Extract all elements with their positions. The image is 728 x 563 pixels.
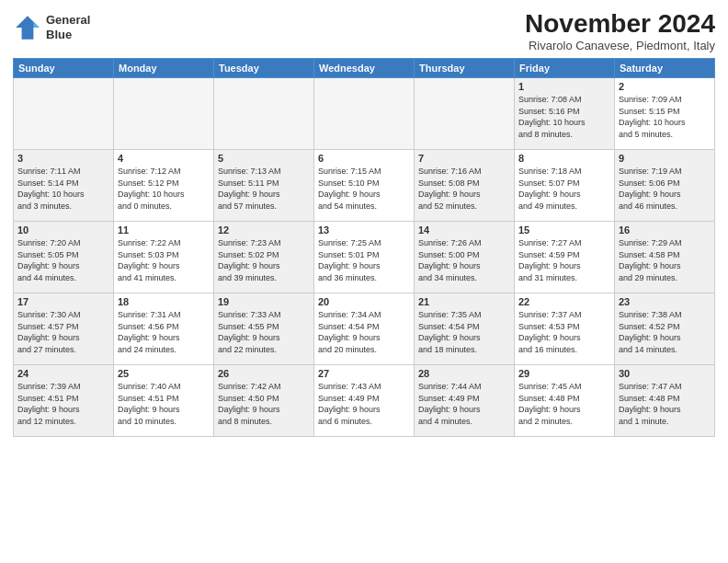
calendar-cell: 28Sunrise: 7:44 AM Sunset: 4:49 PM Dayli… xyxy=(415,365,515,437)
calendar-week: 1Sunrise: 7:08 AM Sunset: 5:16 PM Daylig… xyxy=(14,78,715,150)
day-info: Sunrise: 7:43 AM Sunset: 4:49 PM Dayligh… xyxy=(318,381,410,427)
day-number: 30 xyxy=(619,368,711,379)
calendar-table: SundayMondayTuesdayWednesdayThursdayFrid… xyxy=(13,58,715,437)
calendar-cell xyxy=(415,78,515,150)
day-info: Sunrise: 7:40 AM Sunset: 4:51 PM Dayligh… xyxy=(118,381,210,427)
calendar-cell: 10Sunrise: 7:20 AM Sunset: 5:05 PM Dayli… xyxy=(14,222,114,293)
calendar-cell: 7Sunrise: 7:16 AM Sunset: 5:08 PM Daylig… xyxy=(415,150,515,222)
day-number: 9 xyxy=(619,153,711,164)
calendar-cell: 9Sunrise: 7:19 AM Sunset: 5:06 PM Daylig… xyxy=(615,150,715,222)
calendar-cell: 29Sunrise: 7:45 AM Sunset: 4:48 PM Dayli… xyxy=(515,365,615,437)
weekday-header: Tuesday xyxy=(214,59,314,78)
calendar-cell: 22Sunrise: 7:37 AM Sunset: 4:53 PM Dayli… xyxy=(515,293,615,365)
day-number: 14 xyxy=(418,224,510,236)
calendar-cell: 3Sunrise: 7:11 AM Sunset: 5:14 PM Daylig… xyxy=(14,150,114,222)
day-info: Sunrise: 7:34 AM Sunset: 4:54 PM Dayligh… xyxy=(318,309,410,355)
weekday-row: SundayMondayTuesdayWednesdayThursdayFrid… xyxy=(14,59,715,78)
day-number: 28 xyxy=(418,368,510,379)
calendar-cell xyxy=(214,78,314,150)
day-number: 17 xyxy=(17,296,109,307)
day-info: Sunrise: 7:33 AM Sunset: 4:55 PM Dayligh… xyxy=(218,309,310,355)
day-number: 27 xyxy=(318,368,410,379)
day-info: Sunrise: 7:31 AM Sunset: 4:56 PM Dayligh… xyxy=(118,309,210,355)
month-title: November 2024 xyxy=(525,9,715,39)
day-info: Sunrise: 7:23 AM Sunset: 5:02 PM Dayligh… xyxy=(218,237,310,283)
calendar-cell: 5Sunrise: 7:13 AM Sunset: 5:11 PM Daylig… xyxy=(214,150,314,222)
logo-line1: General xyxy=(46,13,90,28)
calendar-cell: 27Sunrise: 7:43 AM Sunset: 4:49 PM Dayli… xyxy=(314,365,415,437)
weekday-header: Thursday xyxy=(415,59,515,78)
calendar-cell: 13Sunrise: 7:25 AM Sunset: 5:01 PM Dayli… xyxy=(314,222,415,293)
page: General Blue November 2024 Rivarolo Cana… xyxy=(0,0,728,563)
day-info: Sunrise: 7:38 AM Sunset: 4:52 PM Dayligh… xyxy=(619,309,711,355)
day-info: Sunrise: 7:44 AM Sunset: 4:49 PM Dayligh… xyxy=(418,381,510,427)
calendar-cell: 24Sunrise: 7:39 AM Sunset: 4:51 PM Dayli… xyxy=(14,365,114,437)
day-info: Sunrise: 7:30 AM Sunset: 4:57 PM Dayligh… xyxy=(17,309,109,355)
calendar-cell: 11Sunrise: 7:22 AM Sunset: 5:03 PM Dayli… xyxy=(114,222,214,293)
day-info: Sunrise: 7:26 AM Sunset: 5:00 PM Dayligh… xyxy=(418,237,510,283)
day-number: 26 xyxy=(218,368,310,379)
calendar-cell: 23Sunrise: 7:38 AM Sunset: 4:52 PM Dayli… xyxy=(615,293,715,365)
calendar-cell xyxy=(14,78,114,150)
day-number: 15 xyxy=(518,224,610,236)
calendar-cell: 19Sunrise: 7:33 AM Sunset: 4:55 PM Dayli… xyxy=(214,293,314,365)
day-number: 18 xyxy=(118,296,210,307)
calendar-cell: 4Sunrise: 7:12 AM Sunset: 5:12 PM Daylig… xyxy=(114,150,214,222)
logo-icon xyxy=(13,13,42,42)
calendar-cell: 18Sunrise: 7:31 AM Sunset: 4:56 PM Dayli… xyxy=(114,293,214,365)
day-number: 2 xyxy=(619,81,711,92)
day-info: Sunrise: 7:25 AM Sunset: 5:01 PM Dayligh… xyxy=(318,237,410,283)
day-info: Sunrise: 7:18 AM Sunset: 5:07 PM Dayligh… xyxy=(518,166,610,212)
weekday-header: Sunday xyxy=(14,59,114,78)
day-number: 12 xyxy=(218,224,310,236)
day-number: 25 xyxy=(118,368,210,379)
calendar-cell: 12Sunrise: 7:23 AM Sunset: 5:02 PM Dayli… xyxy=(214,222,314,293)
day-number: 24 xyxy=(17,368,109,379)
logo: General Blue xyxy=(13,13,90,42)
day-number: 29 xyxy=(518,368,610,379)
calendar-cell: 30Sunrise: 7:47 AM Sunset: 4:48 PM Dayli… xyxy=(615,365,715,437)
weekday-header: Wednesday xyxy=(314,59,415,78)
calendar-cell: 8Sunrise: 7:18 AM Sunset: 5:07 PM Daylig… xyxy=(515,150,615,222)
day-number: 3 xyxy=(17,153,109,164)
weekday-header: Monday xyxy=(114,59,214,78)
day-info: Sunrise: 7:20 AM Sunset: 5:05 PM Dayligh… xyxy=(17,237,109,283)
header: General Blue November 2024 Rivarolo Cana… xyxy=(13,9,715,52)
day-number: 4 xyxy=(118,153,210,164)
calendar-header: SundayMondayTuesdayWednesdayThursdayFrid… xyxy=(14,59,715,78)
day-number: 8 xyxy=(518,153,610,164)
calendar-cell: 20Sunrise: 7:34 AM Sunset: 4:54 PM Dayli… xyxy=(314,293,415,365)
calendar-cell: 14Sunrise: 7:26 AM Sunset: 5:00 PM Dayli… xyxy=(415,222,515,293)
day-info: Sunrise: 7:29 AM Sunset: 4:58 PM Dayligh… xyxy=(619,237,711,283)
calendar-week: 3Sunrise: 7:11 AM Sunset: 5:14 PM Daylig… xyxy=(14,150,715,222)
day-info: Sunrise: 7:22 AM Sunset: 5:03 PM Dayligh… xyxy=(118,237,210,283)
calendar-cell xyxy=(314,78,415,150)
day-number: 16 xyxy=(619,224,711,236)
calendar-week: 10Sunrise: 7:20 AM Sunset: 5:05 PM Dayli… xyxy=(14,222,715,293)
day-number: 22 xyxy=(518,296,610,307)
calendar-body: 1Sunrise: 7:08 AM Sunset: 5:16 PM Daylig… xyxy=(14,78,715,437)
day-number: 5 xyxy=(218,153,310,164)
day-info: Sunrise: 7:27 AM Sunset: 4:59 PM Dayligh… xyxy=(518,237,610,283)
calendar-cell: 1Sunrise: 7:08 AM Sunset: 5:16 PM Daylig… xyxy=(515,78,615,150)
day-number: 11 xyxy=(118,224,210,236)
calendar-week: 24Sunrise: 7:39 AM Sunset: 4:51 PM Dayli… xyxy=(14,365,715,437)
day-number: 6 xyxy=(318,153,410,164)
location: Rivarolo Canavese, Piedmont, Italy xyxy=(525,39,715,52)
day-info: Sunrise: 7:47 AM Sunset: 4:48 PM Dayligh… xyxy=(619,381,711,427)
calendar-week: 17Sunrise: 7:30 AM Sunset: 4:57 PM Dayli… xyxy=(14,293,715,365)
day-info: Sunrise: 7:45 AM Sunset: 4:48 PM Dayligh… xyxy=(518,381,610,427)
day-number: 13 xyxy=(318,224,410,236)
day-info: Sunrise: 7:12 AM Sunset: 5:12 PM Dayligh… xyxy=(118,166,210,212)
weekday-header: Saturday xyxy=(615,59,715,78)
logo-line2: Blue xyxy=(46,28,90,42)
calendar-cell: 25Sunrise: 7:40 AM Sunset: 4:51 PM Dayli… xyxy=(114,365,214,437)
calendar-cell: 21Sunrise: 7:35 AM Sunset: 4:54 PM Dayli… xyxy=(415,293,515,365)
day-number: 19 xyxy=(218,296,310,307)
title-block: November 2024 Rivarolo Canavese, Piedmon… xyxy=(525,9,715,52)
calendar-cell: 16Sunrise: 7:29 AM Sunset: 4:58 PM Dayli… xyxy=(615,222,715,293)
day-info: Sunrise: 7:11 AM Sunset: 5:14 PM Dayligh… xyxy=(17,166,109,212)
day-info: Sunrise: 7:09 AM Sunset: 5:15 PM Dayligh… xyxy=(619,94,711,140)
calendar-cell: 17Sunrise: 7:30 AM Sunset: 4:57 PM Dayli… xyxy=(14,293,114,365)
day-info: Sunrise: 7:13 AM Sunset: 5:11 PM Dayligh… xyxy=(218,166,310,212)
